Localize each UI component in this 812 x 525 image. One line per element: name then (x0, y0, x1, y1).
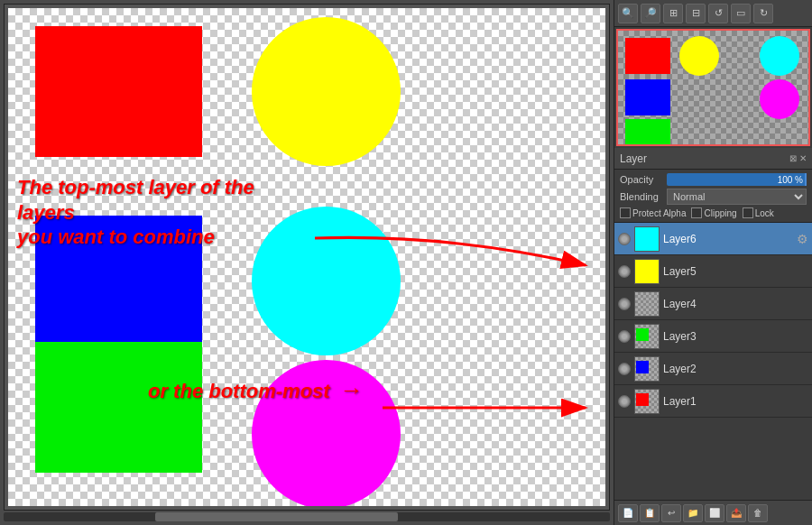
preview-magenta-circle (760, 79, 799, 119)
arrow-top-svg (306, 229, 595, 283)
annotation-bottom-text: or the bottom-most → (148, 376, 363, 404)
opacity-slider[interactable]: 100 % (667, 173, 807, 186)
opacity-label: Opacity (620, 174, 663, 185)
canvas-wrapper: The top-most layer of the layers you wan… (4, 4, 610, 511)
preview-blue-rect (625, 79, 670, 115)
blending-select[interactable]: Normal (667, 189, 807, 205)
merge-button[interactable]: ⬜ (705, 504, 724, 522)
layer-name-label: Layer6 (663, 233, 793, 245)
canvas-inner[interactable]: The top-most layer of the layers you wan… (8, 8, 605, 506)
flip-button[interactable]: ▭ (731, 4, 751, 23)
green-rectangle (35, 342, 202, 473)
layer-item[interactable]: Layer3 (614, 320, 812, 353)
layer-settings-icon[interactable]: ⚙ (797, 232, 808, 246)
layer-thumbnail (634, 259, 660, 284)
canvas-area: The top-most layer of the layers you wan… (0, 0, 614, 525)
layer-name-label: Layer1 (663, 395, 808, 408)
layer-thumbnail (634, 324, 660, 349)
lock-check (743, 207, 753, 218)
layer-name-label: Layer2 (663, 363, 808, 375)
layer-thumbnail (634, 356, 660, 382)
annotation-top-text: The top-most layer of the layers you wan… (17, 175, 315, 250)
protect-alpha-checkbox[interactable]: Protect Alpha (620, 207, 686, 218)
protect-alpha-check (620, 207, 631, 218)
panel-dock-icons: ⊠ ✕ (789, 153, 807, 163)
arrow-bottom-svg (383, 394, 599, 421)
zoom-actual-button[interactable]: ⊟ (686, 4, 706, 23)
rotate-cw-button[interactable]: ↻ (753, 4, 773, 23)
undo-button[interactable]: ↩ (661, 504, 681, 522)
export-button[interactable]: 📤 (726, 504, 746, 522)
lock-checkbox[interactable]: Lock (743, 207, 774, 218)
layer-thumbnail (634, 291, 660, 317)
layer-visibility-toggle[interactable] (618, 265, 631, 278)
layer-visibility-toggle[interactable] (618, 363, 631, 375)
preview-yellow-circle (679, 36, 719, 76)
clipping-label: Clipping (704, 208, 736, 218)
layer-panel-header: Layer ⊠ ✕ (614, 148, 812, 170)
layer-visibility-toggle[interactable] (618, 233, 631, 245)
clipping-checkbox[interactable]: Clipping (691, 207, 736, 218)
layer-visibility-toggle[interactable] (618, 395, 631, 408)
layer-list[interactable]: Layer6⚙Layer5Layer4Layer3Layer2Layer1 (614, 223, 812, 500)
new-layer-button[interactable]: 📄 (618, 504, 638, 522)
layer-thumbnail (634, 389, 660, 414)
panel-bottom-toolbar: 📄 📋 ↩ 📁 ⬜ 📤 🗑 (614, 500, 812, 525)
layer-name-label: Layer5 (663, 265, 808, 278)
top-toolbar: 🔍 🔎 ⊞ ⊟ ↺ ▭ ↻ (614, 0, 812, 27)
layer-item[interactable]: Layer6⚙ (614, 223, 812, 255)
red-rectangle (35, 26, 202, 157)
opacity-row: Opacity 100 % (620, 173, 807, 186)
lock-label: Lock (755, 208, 774, 218)
right-panel: 🔍 🔎 ⊞ ⊟ ↺ ▭ ↻ Layer ⊠ ✕ (614, 0, 812, 525)
preview-green-rect (625, 119, 670, 146)
app-container: The top-most layer of the layers you wan… (0, 0, 812, 525)
opacity-value: 100 % (778, 173, 803, 186)
preview-red-rect (625, 38, 670, 74)
layer-item[interactable]: Layer5 (614, 255, 812, 288)
canvas-scrollbar-thumb (155, 512, 398, 521)
blending-row: Blending Normal (620, 189, 807, 205)
preview-cyan-circle (760, 36, 799, 76)
layer-visibility-toggle[interactable] (618, 330, 631, 343)
zoom-in-button[interactable]: 🔍 (618, 4, 638, 23)
copy-layer-button[interactable]: 📋 (640, 504, 660, 522)
checkbox-row: Protect Alpha Clipping Lock (620, 207, 807, 218)
layer-panel-controls: Opacity 100 % Blending Normal Protect Al… (614, 170, 812, 223)
canvas-scrollbar[interactable] (4, 512, 610, 521)
preview-area (616, 29, 810, 146)
zoom-out-button[interactable]: 🔎 (641, 4, 660, 23)
layer-item[interactable]: Layer4 (614, 288, 812, 320)
layer-panel-title: Layer (620, 152, 647, 165)
delete-layer-button[interactable]: 🗑 (748, 504, 768, 522)
rotate-ccw-button[interactable]: ↺ (708, 4, 728, 23)
layer-name-label: Layer4 (663, 298, 808, 310)
layer-item[interactable]: Layer2 (614, 353, 812, 385)
layer-item[interactable]: Layer1 (614, 385, 812, 418)
yellow-circle (252, 17, 401, 166)
protect-alpha-label: Protect Alpha (632, 208, 686, 218)
layer-thumbnail (634, 226, 660, 252)
preview-canvas (618, 31, 808, 144)
blending-label: Blending (620, 191, 663, 202)
layer-visibility-toggle[interactable] (618, 298, 631, 310)
clipping-check (691, 207, 702, 218)
fit-button[interactable]: ⊞ (663, 4, 683, 23)
layer-name-label: Layer3 (663, 330, 808, 343)
folder-button[interactable]: 📁 (683, 504, 703, 522)
